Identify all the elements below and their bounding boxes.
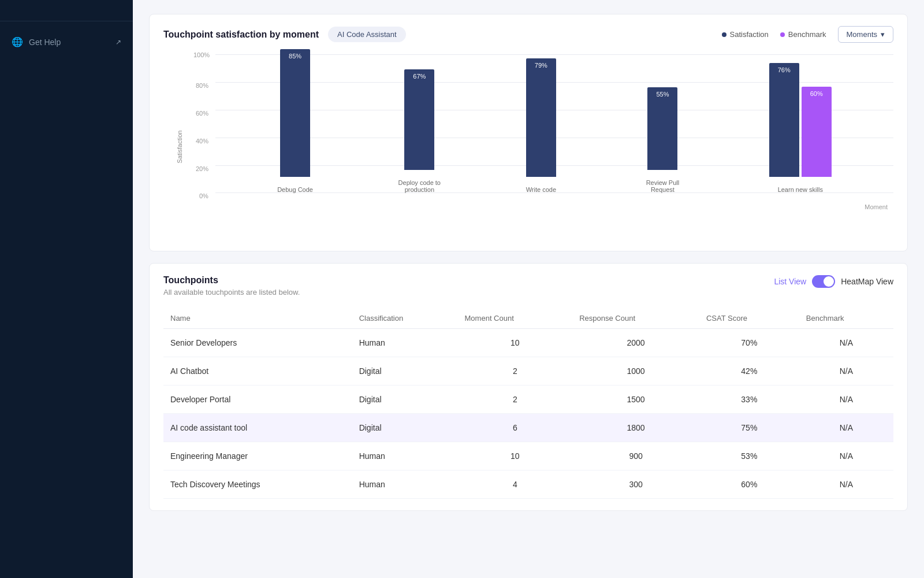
- grid-100: 100%: [193, 51, 210, 58]
- col-name: Name: [163, 308, 352, 329]
- bar-learn-skills-benchmark: 60%: [802, 87, 832, 177]
- touchpoint-csat-score: 70%: [699, 329, 799, 357]
- benchmark-label: Benchmark: [788, 30, 826, 39]
- satisfaction-legend: Satisfaction: [722, 30, 769, 39]
- moments-button[interactable]: Moments ▾: [838, 26, 893, 43]
- touchpoint-benchmark: N/A: [799, 470, 893, 499]
- touchpoints-title-area: Touchpoints All available touchpoints ar…: [163, 275, 300, 297]
- touchpoint-benchmark: N/A: [799, 386, 893, 414]
- ai-code-assistant-filter[interactable]: AI Code Assistant: [328, 27, 406, 42]
- touchpoint-benchmark: N/A: [799, 357, 893, 386]
- touchpoint-benchmark: N/A: [799, 414, 893, 442]
- bar-debug-code: 85% Debug Code: [277, 49, 313, 193]
- satisfaction-label: Satisfaction: [730, 30, 769, 39]
- globe-icon: 🌐: [12, 36, 23, 47]
- satisfaction-dot: [722, 32, 726, 37]
- touchpoint-name-link[interactable]: AI Chatbot: [163, 357, 352, 386]
- touchpoint-csat-score: 60%: [699, 470, 799, 499]
- col-moment-count: Moment Count: [458, 308, 573, 329]
- touchpoint-classification: Human: [352, 329, 458, 357]
- view-toggle-switch[interactable]: [812, 275, 835, 288]
- bar-review-pr: 55% Review Pull Request: [634, 87, 691, 193]
- bar-deploy: 67% Deploy code to production: [390, 69, 448, 193]
- y-axis-label: Satisfaction: [176, 131, 183, 164]
- heatmap-label: HeatMap View: [841, 277, 893, 286]
- touchpoint-name-link[interactable]: Developer Portal: [163, 386, 352, 414]
- bar-learn-skills: 76% 60% Learn new skills: [769, 63, 832, 193]
- col-classification: Classification: [352, 308, 458, 329]
- touchpoints-table: Name Classification Moment Count Respons…: [163, 308, 893, 499]
- table-row: Senior DevelopersHuman10200070%N/A: [163, 329, 893, 357]
- grid-60: 60%: [196, 110, 208, 117]
- touchpoint-moment-count: 6: [458, 414, 573, 442]
- sidebar: 🌐 Get Help ↗: [0, 0, 133, 578]
- touchpoints-subtitle: All available touchpoints are listed bel…: [163, 288, 300, 297]
- main-content: Touchpoint satisfaction by moment AI Cod…: [133, 0, 924, 578]
- touchpoint-response-count: 900: [572, 442, 699, 470]
- touchpoint-moment-count: 4: [458, 470, 573, 499]
- chart-header: Touchpoint satisfaction by moment AI Cod…: [163, 26, 893, 43]
- touchpoint-moment-count: 2: [458, 357, 573, 386]
- sidebar-top: [0, 12, 133, 21]
- touchpoint-classification: Digital: [352, 386, 458, 414]
- sidebar-item-get-help[interactable]: 🌐 Get Help ↗: [0, 31, 133, 53]
- touchpoints-section: Touchpoints All available touchpoints ar…: [149, 263, 908, 511]
- touchpoint-classification: Digital: [352, 414, 458, 442]
- chart-title-area: Touchpoint satisfaction by moment AI Cod…: [163, 27, 406, 42]
- touchpoints-header: Touchpoints All available touchpoints ar…: [163, 275, 893, 297]
- table-row: Tech Discovery MeetingsHuman430060%N/A: [163, 470, 893, 499]
- touchpoint-benchmark: N/A: [799, 442, 893, 470]
- table-row: AI code assistant toolDigital6180075%N/A: [163, 414, 893, 442]
- bar-write-code-value: 79%: [526, 58, 556, 177]
- sidebar-item-label: Get Help: [29, 38, 61, 47]
- touchpoint-response-count: 2000: [572, 329, 699, 357]
- x-axis-label: Moment: [865, 203, 888, 210]
- bar-review-pr-value: 55%: [647, 87, 677, 170]
- view-toggle: List View HeatMap View: [774, 275, 893, 288]
- touchpoint-classification: Human: [352, 442, 458, 470]
- table-row: Engineering ManagerHuman1090053%N/A: [163, 442, 893, 470]
- col-csat-score: CSAT Score: [699, 308, 799, 329]
- touchpoint-name-link[interactable]: Engineering Manager: [163, 442, 352, 470]
- list-view-label: List View: [774, 277, 806, 286]
- benchmark-dot: [780, 32, 785, 37]
- touchpoint-csat-score: 53%: [699, 442, 799, 470]
- col-response-count: Response Count: [572, 308, 699, 329]
- touchpoint-moment-count: 10: [458, 329, 573, 357]
- touchpoint-response-count: 1800: [572, 414, 699, 442]
- col-benchmark: Benchmark: [799, 308, 893, 329]
- bars-area: 85% Debug Code 67% Deploy code to produc…: [215, 54, 893, 193]
- touchpoint-response-count: 1000: [572, 357, 699, 386]
- touchpoint-csat-score: 42%: [699, 357, 799, 386]
- touchpoint-moment-count: 10: [458, 442, 573, 470]
- chart-legend: Satisfaction Benchmark: [722, 30, 826, 39]
- touchpoint-classification: Digital: [352, 357, 458, 386]
- grid-0: 0%: [199, 192, 208, 199]
- touchpoint-csat-score: 75%: [699, 414, 799, 442]
- benchmark-legend: Benchmark: [780, 30, 826, 39]
- touchpoint-name-link[interactable]: Senior Developers: [163, 329, 352, 357]
- chart-section: Touchpoint satisfaction by moment AI Cod…: [149, 14, 908, 251]
- touchpoint-response-count: 1500: [572, 386, 699, 414]
- touchpoint-name-link[interactable]: AI code assistant tool: [163, 414, 352, 442]
- grid-40: 40%: [196, 138, 208, 144]
- touchpoint-csat-score: 33%: [699, 386, 799, 414]
- touchpoint-response-count: 300: [572, 470, 699, 499]
- touchpoint-moment-count: 2: [458, 386, 573, 414]
- grid-20: 20%: [196, 165, 208, 172]
- bar-write-code: 79% Write code: [526, 58, 556, 193]
- chevron-down-icon: ▾: [881, 30, 885, 39]
- grid-80: 80%: [196, 82, 208, 89]
- toggle-knob: [824, 276, 834, 287]
- table-header-row: Name Classification Moment Count Respons…: [163, 308, 893, 329]
- bar-chart: Satisfaction 100% 80% 60% 40%: [163, 54, 893, 239]
- touchpoint-classification: Human: [352, 470, 458, 499]
- table-row: AI ChatbotDigital2100042%N/A: [163, 357, 893, 386]
- bar-debug-code-value: 85%: [280, 49, 310, 177]
- bar-deploy-value: 67%: [404, 69, 434, 170]
- touchpoint-name-link[interactable]: Tech Discovery Meetings: [163, 470, 352, 499]
- external-link-icon: ↗: [116, 38, 121, 46]
- bar-learn-skills-satisfaction: 76%: [769, 63, 799, 177]
- chart-title: Touchpoint satisfaction by moment: [163, 29, 319, 40]
- chart-controls: Satisfaction Benchmark Moments ▾: [722, 26, 893, 43]
